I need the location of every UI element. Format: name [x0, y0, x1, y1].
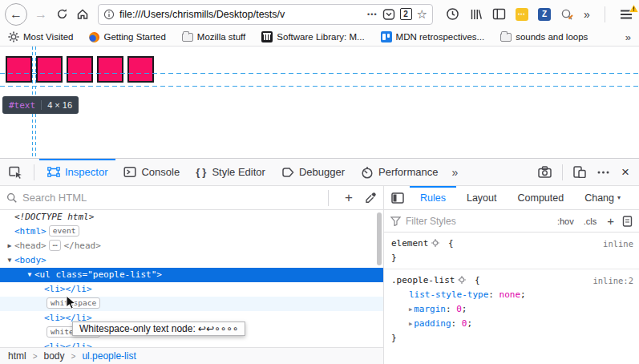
bookmark-label: Mozilla stuff — [197, 32, 246, 42]
highlight-target-icon[interactable] — [431, 239, 439, 247]
zotero-extension-icon[interactable]: Z — [538, 8, 551, 21]
bookmark-most-visited[interactable]: Most Visited — [8, 31, 73, 42]
event-badge[interactable]: event — [49, 225, 80, 237]
css-property-value[interactable]: 0 — [456, 304, 462, 314]
sidebar-icon[interactable] — [492, 8, 506, 20]
search-edit-icon[interactable] — [560, 8, 574, 21]
breadcrumb-item-html[interactable]: html — [8, 350, 26, 362]
tab-style-editor[interactable]: { } Style Editor — [188, 159, 273, 185]
url-text[interactable]: file:///Users/chrismills/Desktop/tests/v — [119, 9, 362, 20]
bookmarks-overflow-icon[interactable]: » — [625, 31, 631, 43]
rule-selector-line[interactable]: element { — [384, 237, 639, 251]
sidebar-tab-computed[interactable]: Computed — [508, 186, 575, 209]
braces-icon: { } — [196, 166, 207, 178]
markup-row[interactable]: whitespace — [0, 297, 383, 311]
toolbar-overflow-icon[interactable]: » — [584, 9, 590, 20]
markup-row[interactable]: <!DOCTYPE html> — [0, 210, 383, 224]
home-button[interactable] — [72, 3, 93, 26]
sidebar-tab-layout[interactable]: Layout — [456, 186, 508, 209]
collapsed-ellipsis-badge[interactable]: ⋯ — [49, 240, 62, 251]
sidebar-tab-rules[interactable]: Rules — [410, 186, 456, 209]
sidebar-tab-chang[interactable]: Chang▾ — [574, 186, 631, 209]
markup-panel: + <!DOCTYPE html><html>event▶<head>⋯</he… — [0, 186, 383, 364]
devtools-menu-button[interactable] — [592, 171, 615, 174]
filter-styles-input[interactable] — [406, 216, 550, 227]
tab-label: Inspector — [65, 166, 107, 178]
library-icon[interactable] — [469, 8, 483, 21]
tab-label: Performance — [378, 166, 438, 178]
console-icon — [123, 166, 136, 178]
collapse-arrow-icon[interactable]: ▼ — [25, 268, 34, 282]
bookmark-star-icon[interactable]: ☆ — [417, 8, 427, 20]
add-rule-button[interactable]: + — [604, 214, 617, 228]
markup-row[interactable]: <li></li> — [0, 340, 383, 347]
markup-row[interactable]: <li></li> — [0, 282, 383, 297]
toolbar-right-icons: ⋯ Z » — [446, 6, 633, 22]
history-icon[interactable] — [446, 7, 459, 21]
css-declaration[interactable]: ▶margin: 0; — [384, 302, 639, 317]
markup-row[interactable]: ▼<body> — [0, 253, 383, 268]
node-picker-icon — [9, 166, 23, 179]
url-bar[interactable]: file:///Users/chrismills/Desktop/tests/v… — [98, 4, 433, 25]
rule-source-link[interactable]: inline:2 — [592, 273, 633, 288]
expand-arrow-icon[interactable]: ▶ — [409, 306, 412, 313]
screenshot-button[interactable] — [532, 166, 557, 178]
yellow-extension-icon[interactable]: ⋯ — [516, 8, 528, 21]
toolbar-separator — [562, 164, 563, 180]
css-property-name[interactable]: list-style-type — [409, 289, 488, 300]
menu-button[interactable] — [620, 9, 633, 20]
reload-button[interactable] — [51, 3, 72, 26]
devtools-close-button[interactable]: × — [615, 164, 636, 180]
responsive-mode-button[interactable] — [568, 166, 592, 178]
bookmark-getting-started[interactable]: Getting Started — [89, 32, 165, 42]
markup-row[interactable]: <html>event — [0, 224, 383, 239]
class-toggle[interactable]: .cls — [581, 216, 600, 226]
breadcrumb: html>body>ul.people-list — [0, 347, 383, 364]
bookmark-sounds-and-loops[interactable]: sounds and loops — [500, 32, 588, 42]
rule-selector[interactable]: .people-list — [391, 275, 455, 285]
page-actions-icon[interactable]: ••• — [367, 10, 377, 18]
forward-button[interactable]: → — [30, 3, 51, 26]
css-declaration[interactable]: ▶padding: 0; — [384, 317, 639, 331]
li-tag: <li></li> — [44, 342, 92, 347]
tab-inspector[interactable]: Inspector — [39, 159, 115, 185]
scrollbar-thumb[interactable] — [377, 212, 382, 265]
rule-source-link[interactable]: inline — [603, 237, 633, 251]
rules-list: element {}inline.people-list {list-style… — [384, 233, 639, 349]
tab-console[interactable]: Console — [115, 159, 188, 185]
tab-performance[interactable]: Performance — [353, 159, 446, 185]
home-icon — [76, 8, 89, 20]
firefox-icon — [89, 32, 99, 42]
css-property-value[interactable]: none — [499, 289, 521, 300]
breadcrumb-item-body[interactable]: body — [44, 350, 65, 362]
bookmark-mozilla-stuff[interactable]: Mozilla stuff — [182, 32, 246, 42]
pocket-icon[interactable] — [382, 8, 395, 21]
whitespace-tooltip: Whitespace-only text node: ↩↩∘∘∘∘ — [72, 322, 245, 336]
responsive-mode-icon — [573, 166, 586, 178]
extension2-icon[interactable]: 2 — [400, 8, 412, 20]
sidebar-collapse-button[interactable] — [386, 186, 410, 209]
expand-arrow-icon[interactable]: ▶ — [409, 321, 412, 327]
pseudo-class-toggle[interactable]: :hov — [555, 216, 576, 226]
highlight-target-icon[interactable] — [458, 276, 466, 284]
print-simulation-icon[interactable] — [622, 216, 633, 227]
rule-selector[interactable]: element — [391, 238, 428, 249]
eyedropper-icon[interactable] — [364, 192, 377, 204]
markup-row[interactable]: ▼<ul class="people-list"> — [0, 268, 383, 282]
back-button[interactable]: ← — [5, 3, 27, 26]
css-property-name[interactable]: padding — [414, 318, 451, 329]
node-picker-button[interactable] — [3, 159, 29, 185]
tabs-overflow-icon[interactable]: » — [446, 159, 463, 185]
bookmark-mdn-retrospectives[interactable]: MDN retrospectives... — [381, 31, 485, 42]
breadcrumb-item-ul.people-list[interactable]: ul.people-list — [82, 350, 135, 362]
css-property-name[interactable]: margin — [414, 304, 446, 314]
add-node-button[interactable]: + — [338, 190, 359, 206]
bookmark-software-library[interactable]: Software Library: M... — [261, 31, 364, 42]
markup-row[interactable]: ▶<head>⋯</head> — [0, 239, 383, 253]
expand-arrow-icon[interactable]: ▶ — [5, 239, 14, 253]
css-declaration[interactable]: list-style-type: none; — [384, 288, 639, 302]
search-html-input[interactable] — [22, 192, 318, 204]
tab-label: Console — [141, 166, 180, 178]
collapse-arrow-icon[interactable]: ▼ — [5, 253, 14, 268]
tab-debugger[interactable]: Debugger — [273, 159, 353, 185]
